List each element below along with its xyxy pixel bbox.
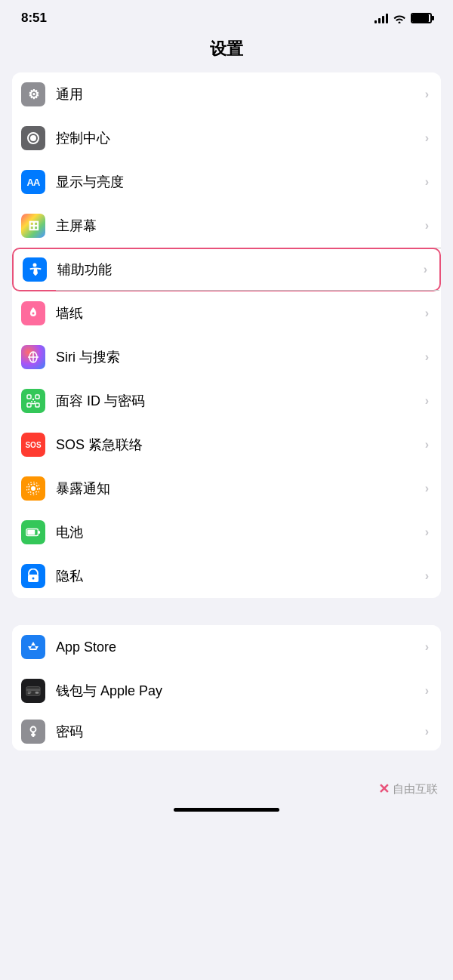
row-appstore[interactable]: App Store › [12,625,441,669]
icon-wallpaper [21,301,45,325]
row-siri[interactable]: Siri 与搜索 › [12,335,441,379]
row-sos[interactable]: SOS SOS 紧急联络 › [12,423,441,467]
row-wallpaper[interactable]: 墙纸 › [12,291,441,335]
row-password[interactable]: 密码 › [12,713,441,750]
status-icons [374,13,432,23]
icon-accessibility [23,257,47,282]
chevron-exposure: › [425,482,429,495]
battery-icon [411,13,432,23]
label-privacy: 隐私 [56,567,425,585]
watermark-text: 自由互联 [393,782,438,797]
icon-general: ⚙ [21,82,45,106]
chevron-control-center: › [425,131,429,145]
chevron-home-screen: › [425,219,429,233]
svg-rect-8 [35,395,39,399]
chevron-battery: › [425,525,429,539]
row-battery[interactable]: 电池 › [12,510,441,554]
icon-home-screen: ⊞ [21,214,45,238]
row-wallet[interactable]: 钱包与 Apple Pay › [12,669,441,713]
chevron-privacy: › [425,569,429,583]
svg-point-0 [30,135,36,141]
wifi-icon [393,13,406,23]
chevron-wallet: › [425,684,429,698]
label-siri: Siri 与搜索 [56,348,425,366]
label-general: 通用 [56,85,425,103]
status-time: 8:51 [21,11,47,26]
svg-rect-7 [27,395,31,399]
svg-rect-9 [27,403,31,407]
icon-control-center [21,126,45,150]
row-faceid[interactable]: 面容 ID 与密码 › [12,379,441,423]
icon-sos: SOS [21,433,45,457]
icon-siri [21,345,45,369]
label-wallpaper: 墙纸 [56,304,425,322]
svg-rect-31 [31,734,35,736]
label-appstore: App Store [56,639,425,655]
svg-point-11 [32,399,34,400]
chevron-display: › [425,175,429,189]
icon-password [21,720,45,744]
label-faceid: 面容 ID 与密码 [56,392,425,410]
icon-display: AA [21,170,45,194]
chevron-accessibility: › [424,263,427,276]
chevron-appstore: › [425,640,429,654]
icon-privacy [21,564,45,588]
label-exposure: 暴露通知 [56,479,425,498]
status-bar: 8:51 [0,0,453,32]
row-general[interactable]: ⚙ 通用 › [12,72,441,116]
svg-point-14 [31,486,35,491]
label-sos: SOS 紧急联络 [56,436,425,454]
label-wallet: 钱包与 Apple Pay [56,682,425,700]
icon-appstore [21,635,45,659]
svg-point-3 [32,313,35,315]
page-title: 设置 [0,32,453,72]
icon-wallet [21,679,45,703]
label-home-screen: 主屏幕 [56,217,425,235]
svg-rect-10 [35,403,39,407]
icon-faceid [21,389,45,413]
chevron-wallpaper: › [425,307,429,320]
home-indicator [174,808,279,812]
watermark: ✕ 自由互联 [0,778,453,803]
chevron-siri: › [425,350,429,364]
svg-rect-18 [27,530,35,535]
chevron-faceid: › [425,394,429,408]
label-control-center: 控制中心 [56,129,425,147]
chevron-sos: › [425,438,429,451]
svg-rect-23 [26,687,40,696]
row-control-center[interactable]: 控制中心 › [12,116,441,160]
row-exposure[interactable]: 暴露通知 › [12,467,441,510]
icon-battery [21,520,45,544]
svg-rect-19 [38,531,40,534]
chevron-password: › [425,725,429,738]
row-accessibility[interactable]: 辅助功能 › [12,248,441,291]
label-password: 密码 [56,723,425,741]
label-battery: 电池 [56,523,425,541]
watermark-x-icon: ✕ [378,781,390,797]
svg-point-21 [32,578,35,580]
settings-section-general: ⚙ 通用 › 控制中心 › AA 显示与亮度 › ⊞ 主屏幕 › 辅助功能 › [12,72,441,598]
svg-point-29 [31,727,36,732]
svg-rect-26 [35,692,39,694]
row-home-screen[interactable]: ⊞ 主屏幕 › [12,204,441,248]
row-display[interactable]: AA 显示与亮度 › [12,160,441,204]
label-accessibility: 辅助功能 [57,260,424,279]
icon-exposure [21,476,45,501]
svg-rect-25 [26,689,40,691]
chevron-general: › [425,88,429,101]
label-display: 显示与亮度 [56,173,425,191]
row-privacy[interactable]: 隐私 › [12,554,441,598]
settings-section-apps: App Store › 钱包与 Apple Pay › 密码 › [12,625,441,750]
signal-icon [374,13,388,23]
svg-point-2 [33,263,37,267]
